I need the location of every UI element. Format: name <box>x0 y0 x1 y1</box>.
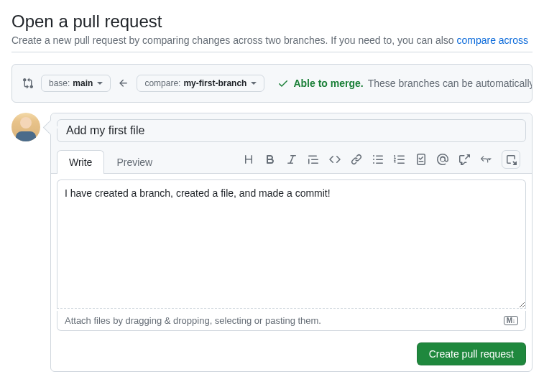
pr-body-textarea[interactable] <box>57 179 526 309</box>
avatar <box>11 113 40 141</box>
comment-form: Write Preview <box>50 113 533 372</box>
fullscreen-icon[interactable] <box>502 150 520 169</box>
page-subtitle: Create a new pull request by comparing c… <box>11 34 533 46</box>
markdown-icon[interactable]: M↓ <box>504 316 518 325</box>
divider <box>11 52 533 52</box>
compare-branch-label: compare: <box>144 78 180 88</box>
git-compare-icon <box>22 78 34 89</box>
compare-branch-value: my-first-branch <box>183 78 246 88</box>
editor-toolbar <box>243 150 526 173</box>
check-icon <box>277 78 289 89</box>
attach-hint[interactable]: Attach files by dragging & dropping, sel… <box>57 311 526 331</box>
unordered-list-icon[interactable] <box>372 154 384 165</box>
merge-status-ok: Able to merge. <box>293 78 363 89</box>
caret-down-icon <box>251 82 257 85</box>
base-branch-button[interactable]: base: main <box>41 75 111 92</box>
heading-icon[interactable] <box>243 154 254 165</box>
quote-icon[interactable] <box>308 154 319 165</box>
pr-title-input[interactable] <box>57 119 526 142</box>
base-branch-label: base: <box>49 78 70 88</box>
code-icon[interactable] <box>329 154 341 165</box>
merge-status-detail: These branches can be automatically <box>368 78 533 89</box>
base-branch-value: main <box>73 78 93 88</box>
compare-across-link[interactable]: compare across <box>456 34 528 46</box>
bold-icon[interactable] <box>264 154 276 165</box>
compare-branch-button[interactable]: compare: my-first-branch <box>137 75 264 92</box>
attach-hint-text: Attach files by dragging & dropping, sel… <box>65 315 321 326</box>
mention-icon[interactable] <box>437 154 448 165</box>
tab-write[interactable]: Write <box>57 150 104 174</box>
arrow-left-icon <box>118 78 129 89</box>
editor-tabs: Write Preview <box>57 149 165 173</box>
caret-down-icon <box>97 82 103 85</box>
create-pull-request-button[interactable]: Create pull request <box>417 342 526 365</box>
link-icon[interactable] <box>351 154 362 165</box>
merge-status: Able to merge. These branches can be aut… <box>277 78 533 89</box>
tasklist-icon[interactable] <box>415 154 427 165</box>
italic-icon[interactable] <box>286 154 298 165</box>
cross-reference-icon[interactable] <box>458 154 470 165</box>
ordered-list-icon[interactable] <box>394 154 405 165</box>
reply-icon[interactable] <box>480 154 492 165</box>
compare-bar: base: main compare: my-first-branch Able… <box>11 64 533 103</box>
tab-preview[interactable]: Preview <box>104 150 165 174</box>
page-title: Open a pull request <box>11 11 533 32</box>
page-subtitle-text: Create a new pull request by comparing c… <box>11 34 456 46</box>
